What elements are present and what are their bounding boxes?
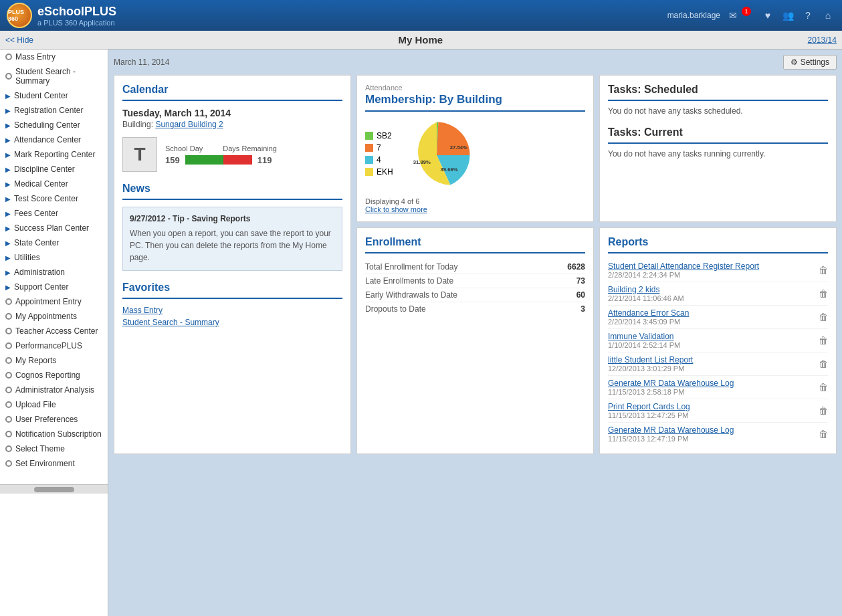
report-delete-icon[interactable]: 🗑 <box>819 265 828 276</box>
sidebar-item-administration[interactable]: ▶ Administration <box>0 265 108 280</box>
report-delete-icon[interactable]: 🗑 <box>819 358 828 369</box>
sidebar-item-appointment-entry[interactable]: Appointment Entry <box>0 294 108 309</box>
sidebar-item-user-preferences[interactable]: User Preferences <box>0 412 108 427</box>
report-link[interactable]: Immune Validation <box>608 332 674 341</box>
date-settings-bar: March 11, 2014 ⚙ Settings <box>114 55 837 70</box>
enroll-value-late: 73 <box>576 276 585 286</box>
sidebar-item-my-reports[interactable]: My Reports <box>0 353 108 368</box>
sidebar-item-scheduling[interactable]: ▶ Scheduling Center <box>0 118 108 132</box>
year-link[interactable]: 2013/14 <box>808 35 837 45</box>
report-date: 11/15/2013 12:47:25 PM <box>608 411 690 419</box>
sidebar-item-test-score[interactable]: ▶ Test Score Center <box>0 191 108 206</box>
report-link[interactable]: Student Detail Attendance Register Repor… <box>608 262 759 271</box>
heart-icon[interactable]: ♥ <box>760 8 775 23</box>
sidebar-item-cognos[interactable]: Cognos Reporting <box>0 368 108 383</box>
tasks-scheduled-empty: You do not have any tasks scheduled. <box>608 106 828 116</box>
sidebar: Mass Entry Student Search - Summary ▶ St… <box>0 49 108 616</box>
sidebar-item-fees[interactable]: ▶ Fees Center <box>0 206 108 221</box>
arrow-icon: ▶ <box>5 239 11 247</box>
question-icon[interactable]: ? <box>801 8 815 23</box>
bullet-icon <box>5 73 12 80</box>
sidebar-item-label: Attendance Center <box>14 135 81 144</box>
reports-card: Reports Student Detail Attendance Regist… <box>599 227 837 454</box>
report-delete-icon[interactable]: 🗑 <box>819 288 828 299</box>
att-displaying: Displaying 4 of 6 <box>365 197 419 205</box>
tasks-card: Tasks: Scheduled You do not have any tas… <box>599 75 837 222</box>
sidebar-item-student-center[interactable]: ▶ Student Center <box>0 88 108 103</box>
sidebar-item-state[interactable]: ▶ State Center <box>0 235 108 250</box>
calendar-title: Calendar <box>122 84 342 101</box>
legend-item-sb2: SB2 <box>365 131 393 140</box>
enroll-label-total: Total Enrollment for Today <box>365 262 458 272</box>
arrow-icon: ▶ <box>5 195 11 203</box>
report-date: 11/15/2013 2:58:18 PM <box>608 388 734 396</box>
sidebar-item-student-search[interactable]: Student Search - Summary <box>0 64 108 88</box>
building-link[interactable]: Sungard Building 2 <box>155 120 223 129</box>
enrollment-table: Total Enrollment for Today 6628 Late Enr… <box>365 260 585 316</box>
sidebar-scrollbar[interactable] <box>0 484 108 494</box>
report-link[interactable]: Building 2 kids <box>608 285 659 294</box>
envelope-icon[interactable]: ✉ <box>726 8 740 23</box>
home-icon[interactable]: ⌂ <box>821 8 835 23</box>
report-link[interactable]: Generate MR Data Warehouse Log <box>608 425 734 435</box>
sidebar-item-registration[interactable]: ▶ Registration Center <box>0 103 108 118</box>
sidebar-item-label: Success Plan Center <box>14 223 89 233</box>
legend-item-ekh: EKH <box>365 167 393 177</box>
news-body: When you open a report, you can save the… <box>130 227 335 264</box>
report-delete-icon[interactable]: 🗑 <box>819 335 828 346</box>
report-item: Immune Validation 1/10/2014 2:52:14 PM 🗑 <box>608 329 828 352</box>
sidebar-item-label: Registration Center <box>14 106 83 115</box>
sidebar-item-success-plan[interactable]: ▶ Success Plan Center <box>0 221 108 235</box>
sidebar-item-mass-entry[interactable]: Mass Entry <box>0 49 108 64</box>
settings-label: Settings <box>801 58 829 67</box>
enroll-label-late: Late Enrollments to Date <box>365 276 453 286</box>
legend-label-ekh: EKH <box>377 167 393 177</box>
report-delete-icon[interactable]: 🗑 <box>819 429 828 439</box>
report-delete-icon[interactable]: 🗑 <box>819 312 828 322</box>
sidebar-item-notification-subscription[interactable]: Notification Subscription <box>0 427 108 441</box>
report-delete-icon[interactable]: 🗑 <box>819 382 828 393</box>
enrollment-title: Enrollment <box>365 236 585 253</box>
sidebar-item-my-appointments[interactable]: My Appointments <box>0 309 108 324</box>
sidebar-item-set-environment[interactable]: Set Environment <box>0 456 108 471</box>
report-item: Student Detail Attendance Register Repor… <box>608 259 828 282</box>
sidebar-item-select-theme[interactable]: Select Theme <box>0 441 108 456</box>
news-title: News <box>122 183 342 200</box>
sidebar-item-utilities[interactable]: ▶ Utilities <box>0 250 108 265</box>
sidebar-item-label: Set Environment <box>15 459 75 468</box>
sidebar-item-medical[interactable]: ▶ Medical Center <box>0 177 108 191</box>
report-link[interactable]: Print Report Cards Log <box>608 402 690 411</box>
report-link[interactable]: Attendance Error Scan <box>608 308 689 318</box>
sidebar-item-support[interactable]: ▶ Support Center <box>0 280 108 294</box>
report-link[interactable]: Generate MR Data Warehouse Log <box>608 379 734 388</box>
reports-title: Reports <box>608 236 828 253</box>
sidebar-item-admin-analysis[interactable]: Administrator Analysis <box>0 383 108 397</box>
sidebar-item-label: Fees Center <box>14 209 58 218</box>
report-link[interactable]: little Student List Report <box>608 355 693 365</box>
enroll-row-dropouts: Dropouts to Date 3 <box>365 302 585 316</box>
people-icon[interactable]: 👥 <box>780 8 795 23</box>
sidebar-item-upload-file[interactable]: Upload File <box>0 397 108 412</box>
sidebar-item-performanceplus[interactable]: PerformancePLUS <box>0 338 108 353</box>
sidebar-item-label: Cognos Reporting <box>15 371 80 380</box>
settings-button[interactable]: ⚙ Settings <box>783 55 837 70</box>
main-layout: Mass Entry Student Search - Summary ▶ St… <box>0 49 842 616</box>
sidebar-item-label: Mark Reporting Center <box>14 150 95 159</box>
hide-button[interactable]: << Hide <box>5 35 33 45</box>
username-label: maria.barklage <box>667 11 720 20</box>
sidebar-item-mark-reporting[interactable]: ▶ Mark Reporting Center <box>0 147 108 162</box>
sidebar-item-discipline[interactable]: ▶ Discipline Center <box>0 162 108 177</box>
report-item: Attendance Error Scan 2/20/2014 3:45:09 … <box>608 306 828 329</box>
t-letter: T <box>122 137 157 172</box>
report-delete-icon[interactable]: 🗑 <box>819 405 828 416</box>
news-headline: 9/27/2012 - Tip - Saving Reports <box>130 214 335 223</box>
sidebar-item-teacher-access[interactable]: Teacher Access Center <box>0 324 108 338</box>
gear-icon: ⚙ <box>791 58 798 67</box>
attendance-subtitle: Attendance <box>365 84 585 92</box>
favorite-student-search[interactable]: Student Search - Summary <box>122 318 342 327</box>
att-show-more-link[interactable]: Click to show more <box>365 205 427 213</box>
app-name: eSchoolPLUS <box>37 5 116 19</box>
favorite-mass-entry[interactable]: Mass Entry <box>122 306 342 315</box>
svg-text:27.54%: 27.54% <box>449 144 467 150</box>
sidebar-item-attendance[interactable]: ▶ Attendance Center <box>0 132 108 147</box>
